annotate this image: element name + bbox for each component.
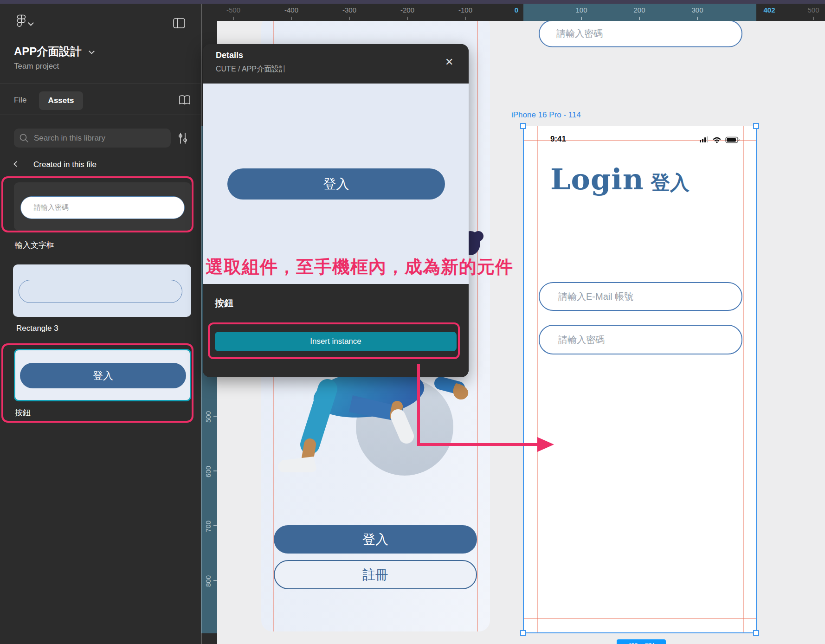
- component-rectangle-3[interactable]: [13, 264, 191, 317]
- section-created-in-this-file[interactable]: Created in this file: [0, 158, 201, 172]
- figma-logo-icon[interactable]: [17, 14, 26, 28]
- iphone-frame-label[interactable]: iPhone 16 Pro - 114: [511, 110, 581, 120]
- selection-handle-top-right[interactable]: [753, 123, 759, 129]
- hand: [453, 383, 469, 399]
- component-rectangle-preview: [19, 280, 182, 303]
- login-title-en: Login: [550, 162, 644, 196]
- sidebar-canvas-divider: [201, 4, 201, 644]
- selection-border-left: [523, 126, 524, 633]
- component-preview-area: 登入: [203, 84, 469, 284]
- tab-assets[interactable]: Assets: [39, 91, 83, 110]
- left-sidebar: APP介面設計 Team project File Assets Search …: [0, 4, 201, 644]
- search-placeholder: Search in this library: [34, 134, 105, 143]
- floating-password-input-component[interactable]: 請輸入密碼: [539, 20, 742, 47]
- component-label: 輸入文字框: [15, 240, 54, 251]
- status-bar-icons: [700, 136, 741, 143]
- shoe: [278, 457, 316, 472]
- login-title-zh: 登入: [651, 171, 690, 194]
- highlight-box-insert-instance: [208, 322, 460, 359]
- chevron-down-icon[interactable]: [89, 48, 95, 54]
- section-title: Created in this file: [33, 160, 97, 169]
- selection-border-right: [756, 126, 757, 633]
- project-subtitle: Team project: [14, 62, 59, 71]
- iphone-16-pro-frame[interactable]: 9:41 Login登入 請輸入E-Mail 帳號 請輸入密碼: [523, 126, 756, 633]
- selection-handle-bottom-right[interactable]: [753, 630, 759, 636]
- password-input[interactable]: 請輸入密碼: [539, 325, 742, 354]
- library-book-icon[interactable]: [179, 94, 191, 106]
- placeholder-text: 請輸入密碼: [556, 27, 603, 40]
- preview-login-button: 登入: [227, 168, 445, 200]
- highlight-box-button-component: [1, 343, 193, 423]
- password-placeholder: 請輸入密碼: [558, 334, 605, 346]
- figma-app-window: 登入 註冊 請輸入密碼 iPhon: [0, 0, 825, 644]
- highlight-box-input-component: [1, 176, 193, 232]
- email-placeholder: 請輸入E-Mail 帳號: [558, 290, 633, 303]
- modal-title: Details: [216, 51, 243, 60]
- filter-sliders-icon[interactable]: [178, 132, 188, 144]
- toggle-panel-icon[interactable]: [173, 18, 185, 29]
- close-icon[interactable]: ✕: [445, 56, 453, 68]
- horizontal-ruler[interactable]: -500 -400 -300 -200 -100 0 100 200 300 4…: [201, 4, 825, 21]
- chevron-down-icon[interactable]: [28, 20, 34, 26]
- selection-handle-bottom-left[interactable]: [520, 630, 526, 636]
- search-input[interactable]: Search in this library: [14, 129, 171, 148]
- selection-border-bottom: [523, 632, 756, 633]
- frame-login-button[interactable]: 登入: [274, 525, 477, 554]
- chevron-left-icon[interactable]: [13, 161, 19, 167]
- details-modal: Details CUTE / APP介面設計 ✕ 登入 按鈕 Insert in…: [203, 44, 469, 377]
- email-input[interactable]: 請輸入E-Mail 帳號: [539, 282, 742, 311]
- tab-file[interactable]: File: [14, 96, 26, 105]
- selection-size-badge: 402 × 874: [617, 639, 666, 644]
- status-bar-time: 9:41: [550, 135, 566, 144]
- frame-register-button[interactable]: 註冊: [274, 560, 477, 589]
- selection-handle-top-left[interactable]: [520, 123, 526, 129]
- component-name: 按鈕: [215, 297, 233, 309]
- login-title: Login登入: [550, 162, 690, 196]
- window-title-strip: [0, 0, 825, 4]
- component-label: Rectangle 3: [16, 324, 58, 333]
- file-title[interactable]: APP介面設計: [14, 44, 81, 59]
- modal-header: Details CUTE / APP介面設計 ✕: [203, 44, 469, 84]
- search-icon: [19, 133, 29, 143]
- modal-breadcrumb: CUTE / APP介面設計: [216, 64, 286, 74]
- tutorial-annotation-text: 選取組件，至手機框內，成為新的元件: [206, 255, 513, 279]
